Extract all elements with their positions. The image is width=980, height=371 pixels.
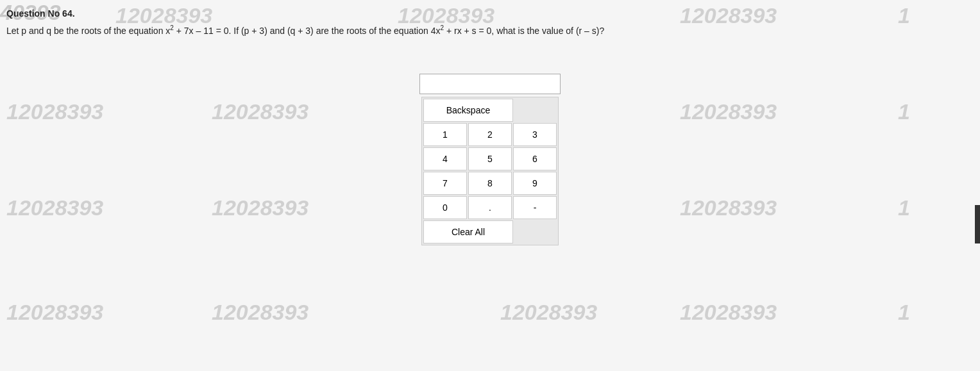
question-title: Question No 64. — [6, 6, 974, 21]
question-area: Question No 64. Let p and q be the roots… — [6, 6, 974, 38]
numpad-btn-dot[interactable]: . — [468, 196, 512, 219]
watermark-13: 12028393 — [6, 300, 103, 325]
numpad-row-3: 7 8 9 — [423, 172, 557, 195]
numpad-row-1: 1 2 3 — [423, 123, 557, 146]
numpad-row-2: 4 5 6 — [423, 147, 557, 170]
watermark-10: 12028393 — [212, 195, 308, 220]
watermark-7: 12028393 — [680, 99, 777, 124]
question-text: Let p and q be the roots of the equation… — [6, 23, 956, 38]
watermark-16: 12028393 — [680, 300, 777, 325]
watermark-14: 12028393 — [212, 300, 308, 325]
scrollbar-indicator[interactable] — [975, 205, 980, 243]
numpad-btn-1[interactable]: 1 — [423, 123, 467, 146]
numpad-btn-4[interactable]: 4 — [423, 147, 467, 170]
watermark-5: 12028393 — [6, 99, 103, 124]
numpad: Backspace 1 2 3 4 5 6 7 8 9 0 . - Clear … — [421, 97, 559, 245]
watermark-8: 1 — [898, 99, 910, 124]
watermark-12: 1 — [898, 195, 910, 220]
watermark-15: 12028393 — [500, 300, 597, 325]
backspace-button[interactable]: Backspace — [423, 99, 513, 122]
numpad-row-backspace: Backspace — [423, 99, 557, 122]
clear-all-button[interactable]: Clear All — [423, 220, 513, 243]
numpad-btn-9[interactable]: 9 — [513, 172, 557, 195]
numpad-row-clear: Clear All — [423, 220, 557, 243]
answer-input[interactable] — [419, 74, 561, 94]
numpad-btn-8[interactable]: 8 — [468, 172, 512, 195]
numpad-container: Backspace 1 2 3 4 5 6 7 8 9 0 . - Clear … — [419, 74, 561, 245]
watermark-9: 12028393 — [6, 195, 103, 220]
watermark-6: 12028393 — [212, 99, 308, 124]
numpad-btn-7[interactable]: 7 — [423, 172, 467, 195]
numpad-btn-minus[interactable]: - — [513, 196, 557, 219]
numpad-btn-0[interactable]: 0 — [423, 196, 467, 219]
watermark-11: 12028393 — [680, 195, 777, 220]
watermark-17: 1 — [898, 300, 910, 325]
numpad-btn-2[interactable]: 2 — [468, 123, 512, 146]
numpad-btn-6[interactable]: 6 — [513, 147, 557, 170]
numpad-btn-5[interactable]: 5 — [468, 147, 512, 170]
numpad-btn-3[interactable]: 3 — [513, 123, 557, 146]
numpad-row-4: 0 . - — [423, 196, 557, 219]
